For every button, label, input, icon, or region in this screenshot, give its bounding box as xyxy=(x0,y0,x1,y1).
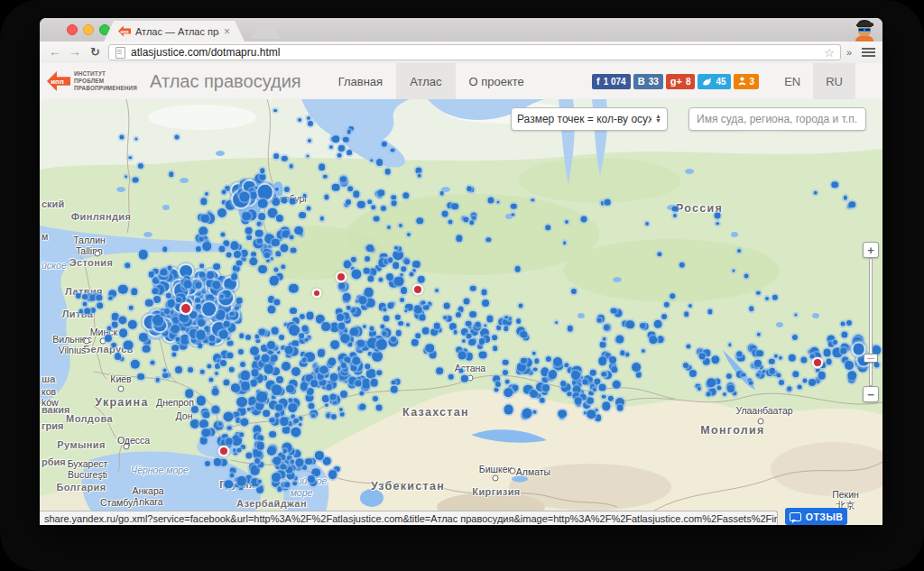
court-dot[interactable] xyxy=(346,150,352,155)
twitter-share-button[interactable]: 45 xyxy=(698,74,730,89)
court-dot[interactable] xyxy=(732,391,736,395)
court-dot[interactable] xyxy=(276,376,283,383)
court-dot[interactable] xyxy=(532,410,537,414)
court-dot[interactable] xyxy=(545,226,550,231)
google-plus-share-button[interactable]: g+8 xyxy=(666,74,696,89)
court-dot[interactable] xyxy=(458,351,467,359)
vkontakte-share-button[interactable]: В33 xyxy=(633,74,663,89)
court-dot[interactable] xyxy=(138,250,148,260)
court-dot[interactable] xyxy=(282,198,288,204)
highlighted-court-dot[interactable] xyxy=(181,304,190,313)
court-dot[interactable] xyxy=(172,345,180,352)
menu-icon[interactable] xyxy=(862,48,875,59)
court-dot[interactable] xyxy=(367,199,373,205)
court-dot[interactable] xyxy=(168,266,172,271)
zoom-slider-handle[interactable] xyxy=(864,354,878,363)
court-dot[interactable] xyxy=(519,303,523,308)
court-dot[interactable] xyxy=(439,191,444,196)
court-dot[interactable] xyxy=(436,367,443,374)
court-dot[interactable] xyxy=(125,175,128,179)
court-dot[interactable] xyxy=(258,265,267,274)
court-dot[interactable] xyxy=(240,249,248,257)
court-dot[interactable] xyxy=(533,367,538,372)
court-dot[interactable] xyxy=(840,321,845,326)
zoom-out-button[interactable]: − xyxy=(863,386,879,402)
court-dot[interactable] xyxy=(504,404,513,414)
court-dot[interactable] xyxy=(347,186,353,191)
court-dot[interactable] xyxy=(346,199,351,205)
court-dot[interactable] xyxy=(246,235,252,240)
court-dot[interactable] xyxy=(263,364,273,374)
browser-tab[interactable]: ипп Атлас — Атлас правосуди × xyxy=(104,21,245,41)
court-dot[interactable] xyxy=(443,316,447,319)
court-dot[interactable] xyxy=(373,216,379,222)
court-dot[interactable] xyxy=(853,344,864,355)
court-dot[interactable] xyxy=(434,323,440,329)
court-dot[interactable] xyxy=(290,308,297,315)
court-dot[interactable] xyxy=(84,308,91,315)
court-dot[interactable] xyxy=(376,339,387,350)
court-dot[interactable] xyxy=(365,256,370,262)
court-dot[interactable] xyxy=(216,309,226,319)
court-dot[interactable] xyxy=(444,303,450,309)
court-dot[interactable] xyxy=(111,343,116,348)
court-dot[interactable] xyxy=(326,384,332,391)
map-canvas[interactable]: ФинляндияЭстонияЛатвияЛитваБеларусьУкраи… xyxy=(40,99,882,525)
court-dot[interactable] xyxy=(258,213,265,220)
court-dot[interactable] xyxy=(301,357,306,362)
back-button[interactable]: ← xyxy=(49,44,61,59)
nav-item-Атлас[interactable]: Атлас xyxy=(396,63,455,99)
court-dot[interactable] xyxy=(493,345,498,351)
court-dot[interactable] xyxy=(505,380,510,384)
court-dot[interactable] xyxy=(580,216,587,222)
court-dot[interactable] xyxy=(246,407,251,411)
court-dot[interactable] xyxy=(338,323,346,330)
court-dot[interactable] xyxy=(239,333,245,338)
facebook-share-button[interactable]: f1 074 xyxy=(592,74,631,89)
court-dot[interactable] xyxy=(202,243,211,252)
court-dot[interactable] xyxy=(276,350,281,355)
court-dot[interactable] xyxy=(401,287,408,294)
court-dot[interactable] xyxy=(272,396,276,401)
court-dot[interactable] xyxy=(383,315,390,321)
court-dot[interactable] xyxy=(280,464,286,470)
court-dot[interactable] xyxy=(231,273,238,281)
court-dot[interactable] xyxy=(290,198,296,205)
court-dot[interactable] xyxy=(522,409,531,419)
court-dot[interactable] xyxy=(803,379,808,383)
court-dot[interactable] xyxy=(270,355,278,363)
court-dot[interactable] xyxy=(458,369,463,373)
court-dot[interactable] xyxy=(285,482,291,487)
court-dot[interactable] xyxy=(671,206,678,212)
court-dot[interactable] xyxy=(504,389,513,398)
court-dot[interactable] xyxy=(289,235,293,240)
court-dot[interactable] xyxy=(716,222,720,226)
court-dot[interactable] xyxy=(818,372,826,380)
court-dot[interactable] xyxy=(481,289,487,295)
court-dot[interactable] xyxy=(391,199,397,206)
court-dot[interactable] xyxy=(211,388,219,396)
court-dot[interactable] xyxy=(199,263,205,269)
court-dot[interactable] xyxy=(756,350,763,357)
court-dot[interactable] xyxy=(338,282,346,290)
court-dot[interactable] xyxy=(222,189,226,194)
court-dot[interactable] xyxy=(330,340,339,349)
court-dot[interactable] xyxy=(479,351,487,359)
court-dot[interactable] xyxy=(175,366,182,373)
court-dot[interactable] xyxy=(383,308,387,312)
court-dot[interactable] xyxy=(298,118,301,122)
court-dot[interactable] xyxy=(236,298,243,304)
court-dot[interactable] xyxy=(306,387,314,395)
court-dot[interactable] xyxy=(394,276,404,286)
court-dot[interactable] xyxy=(366,244,374,252)
court-dot[interactable] xyxy=(199,226,208,235)
court-dot[interactable] xyxy=(189,311,197,318)
court-dot[interactable] xyxy=(779,380,784,385)
court-dot[interactable] xyxy=(196,330,206,340)
court-dot[interactable] xyxy=(241,371,251,381)
court-dot[interactable] xyxy=(107,326,112,330)
court-dot[interactable] xyxy=(119,328,128,337)
court-dot[interactable] xyxy=(341,334,350,343)
court-dot[interactable] xyxy=(270,276,280,286)
court-dot[interactable] xyxy=(207,272,214,279)
